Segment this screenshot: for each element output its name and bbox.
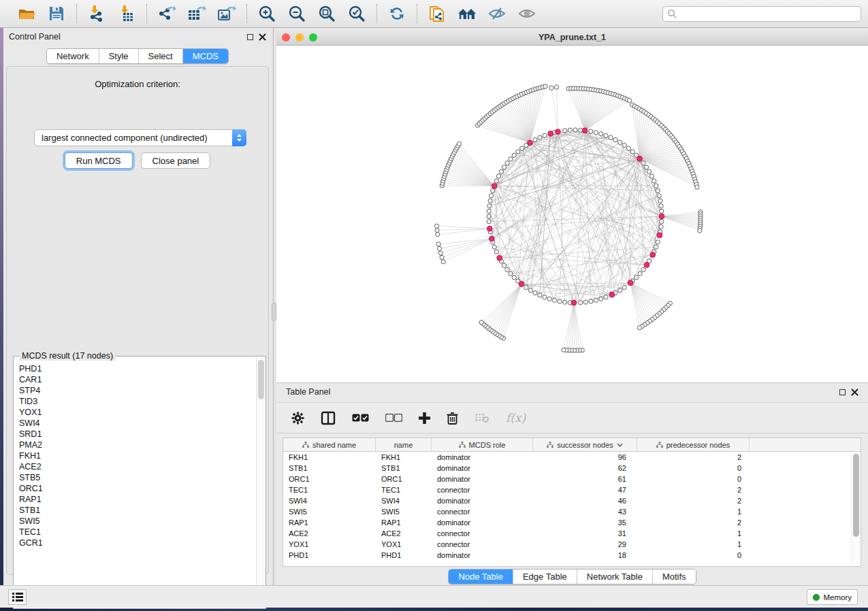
deselect-all-button[interactable] — [385, 414, 402, 422]
network-mcds-node[interactable] — [556, 129, 561, 135]
result-node[interactable]: SWI4 — [19, 418, 255, 429]
close-panel-icon[interactable] — [259, 33, 266, 41]
export-network-button[interactable] — [157, 3, 177, 24]
network-mcds-node[interactable] — [497, 255, 502, 261]
network-mcds-node[interactable] — [628, 280, 633, 286]
network-node[interactable] — [647, 169, 652, 174]
network-leaf-node[interactable] — [543, 84, 547, 88]
result-node[interactable]: TEC1 — [19, 527, 255, 538]
network-node[interactable] — [613, 137, 617, 142]
network-leaf-node[interactable] — [637, 326, 641, 330]
show-columns-button[interactable] — [321, 411, 336, 425]
home-button[interactable] — [457, 3, 477, 24]
table-settings-button[interactable] — [291, 412, 304, 425]
network-leaf-node[interactable] — [438, 251, 443, 255]
network-node[interactable] — [654, 245, 658, 249]
float-panel-icon[interactable] — [247, 34, 253, 40]
network-node[interactable] — [492, 245, 496, 249]
table-row[interactable]: TEC1TEC1connector472 — [283, 484, 861, 495]
show-graphics-button[interactable] — [517, 3, 537, 24]
network-node[interactable] — [528, 288, 532, 293]
result-node[interactable]: FKH1 — [19, 450, 255, 461]
network-mcds-node[interactable] — [637, 156, 643, 161]
network-node[interactable] — [634, 276, 639, 280]
network-mcds-node[interactable] — [571, 300, 577, 306]
network-node[interactable] — [502, 165, 506, 169]
network-node[interactable] — [488, 199, 492, 203]
network-node[interactable] — [658, 199, 662, 203]
network-mcds-node[interactable] — [489, 236, 494, 242]
table-row[interactable]: YOX1YOX1connector291 — [283, 539, 861, 550]
task-history-button[interactable] — [8, 589, 27, 605]
tab-style[interactable]: Style — [99, 49, 138, 63]
network-node[interactable] — [543, 133, 547, 137]
column-header-successor-nodes[interactable]: successor nodes — [533, 438, 637, 451]
network-node[interactable] — [660, 209, 664, 213]
tab-mcds[interactable]: MCDS — [182, 49, 228, 63]
network-node[interactable] — [512, 153, 516, 157]
network-leaf-node[interactable] — [437, 246, 441, 250]
memory-button[interactable]: Memory — [807, 589, 858, 605]
tab-motifs[interactable]: Motifs — [652, 569, 696, 584]
network-leaf-node[interactable] — [695, 185, 699, 189]
tab-node-table[interactable]: Node Table — [449, 569, 513, 584]
network-leaf-node[interactable] — [479, 320, 483, 325]
search-input[interactable] — [677, 9, 856, 18]
network-node[interactable] — [599, 297, 603, 301]
network-node[interactable] — [538, 293, 542, 297]
network-node[interactable] — [609, 135, 613, 139]
network-node[interactable] — [533, 137, 537, 142]
delete-column-button[interactable] — [447, 412, 458, 425]
import-table-button[interactable] — [116, 3, 137, 24]
network-node[interactable] — [649, 174, 654, 178]
zoom-in-button[interactable] — [257, 3, 277, 24]
export-image-button[interactable] — [216, 3, 237, 24]
table-row[interactable]: PHD1PHD1dominator180 — [283, 550, 861, 561]
network-node[interactable] — [512, 276, 516, 280]
result-node[interactable]: CAR1 — [19, 374, 255, 385]
tab-select[interactable]: Select — [138, 49, 182, 63]
network-node[interactable] — [583, 300, 588, 304]
table-row[interactable]: RAP1RAP1dominator352 — [283, 517, 861, 528]
table-scrollbar[interactable] — [851, 452, 860, 565]
network-node[interactable] — [547, 297, 551, 301]
export-table-button[interactable] — [187, 3, 207, 24]
result-node[interactable]: SWI5 — [19, 516, 255, 527]
network-mcds-node[interactable] — [657, 233, 662, 238]
network-leaf-node[interactable] — [555, 85, 559, 89]
search-box[interactable] — [662, 6, 861, 22]
run-mcds-button[interactable]: Run MCDS — [65, 152, 133, 169]
network-node[interactable] — [558, 299, 562, 303]
network-mcds-node[interactable] — [609, 292, 615, 297]
column-header-predecessor-nodes[interactable]: predecessor nodes — [637, 438, 750, 451]
network-leaf-node[interactable] — [549, 86, 553, 90]
network-mcds-node[interactable] — [519, 281, 524, 286]
network-node[interactable] — [622, 285, 626, 289]
network-node[interactable] — [579, 301, 583, 305]
network-node[interactable] — [494, 250, 498, 254]
result-node[interactable]: STB1 — [19, 505, 255, 516]
network-node[interactable] — [487, 214, 491, 218]
network-node[interactable] — [656, 240, 660, 244]
network-node[interactable] — [487, 209, 491, 213]
network-node[interactable] — [594, 298, 598, 302]
function-builder-button[interactable]: f(x) — [506, 411, 526, 425]
column-header-name[interactable]: name — [376, 438, 432, 451]
network-node[interactable] — [494, 179, 498, 183]
network-node[interactable] — [573, 128, 577, 132]
network-leaf-node[interactable] — [457, 142, 461, 146]
network-node[interactable] — [509, 271, 513, 276]
table-row[interactable]: STB1STB1dominator620 — [283, 463, 861, 474]
table-row[interactable]: SWI4SWI4dominator462 — [283, 495, 861, 506]
network-leaf-node[interactable] — [627, 99, 631, 103]
network-mcds-node[interactable] — [650, 252, 656, 258]
open-file-button[interactable] — [16, 3, 37, 24]
result-node[interactable]: STP4 — [19, 385, 255, 396]
network-node[interactable] — [659, 225, 663, 229]
table-row[interactable]: FKH1FKH1dominator962 — [283, 452, 861, 463]
import-network-button[interactable] — [86, 3, 107, 24]
network-node[interactable] — [487, 220, 491, 224]
network-node[interactable] — [657, 194, 661, 198]
save-session-button[interactable] — [46, 3, 67, 24]
network-leaf-node[interactable] — [562, 348, 566, 352]
